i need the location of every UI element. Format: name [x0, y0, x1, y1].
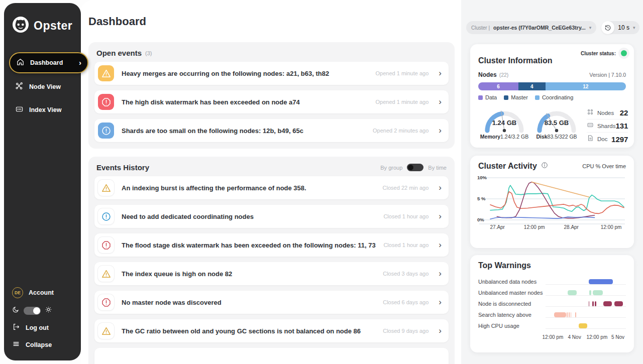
- legend-item: Data: [478, 94, 497, 100]
- chevron-right-icon[interactable]: ›: [439, 184, 442, 191]
- chevron-right-icon[interactable]: ›: [439, 241, 442, 249]
- cluster-activity-chart: 10%5 %0%27.Apr12:00 pm28.Apr12:00 pm: [478, 173, 626, 232]
- warning-segment: [571, 312, 572, 317]
- event-message: The high disk watermark has been exceede…: [122, 98, 376, 106]
- event-row-partial[interactable]: [94, 348, 449, 364]
- theme-toggle[interactable]: [24, 307, 41, 315]
- gauge-value: 1.24 GB: [478, 119, 530, 127]
- node-distribution-bar: 6412: [478, 82, 626, 90]
- warning-row: High CPU usage: [478, 320, 626, 331]
- node-bar-segment-master: 4: [518, 82, 545, 90]
- sidebar-item-index-view[interactable]: Index View: [9, 100, 81, 119]
- events-history-title: Events History: [96, 163, 149, 172]
- logo-text: Opster: [34, 19, 72, 33]
- chevron-right-icon[interactable]: ›: [439, 327, 442, 334]
- warning-label: Unbalanced master nodes: [478, 290, 546, 296]
- warning-row: Unbalanced master nodes: [478, 287, 626, 298]
- sidebar-item-label: Index View: [29, 106, 61, 113]
- chevron-right-icon[interactable]: ›: [439, 98, 442, 105]
- cluster-information-title: Cluster Information: [478, 56, 626, 65]
- event-time: Opened 1 minute ago: [376, 99, 429, 105]
- x-tick: 27.Apr: [490, 224, 504, 230]
- x-tick: 28.Apr: [564, 224, 578, 230]
- stat-value: 1297: [611, 135, 628, 144]
- event-time: Closed 3 days ago: [383, 271, 428, 277]
- warning-track: [546, 279, 626, 285]
- collapse-button[interactable]: Collapse: [12, 340, 54, 349]
- warning-label: High CPU usage: [478, 323, 546, 329]
- event-message: No master node was discovered: [122, 299, 383, 306]
- chevron-right-icon[interactable]: ›: [439, 270, 442, 277]
- nodes-label: Nodes: [478, 71, 497, 78]
- event-row[interactable]: The flood stage disk watermark has been …: [94, 233, 449, 257]
- chevron-right-icon[interactable]: ›: [439, 299, 442, 306]
- account-button[interactable]: DE Account: [12, 287, 54, 298]
- info-icon[interactable]: [541, 162, 548, 171]
- legend-item: Coordinating: [535, 94, 573, 100]
- stat-value: 22: [620, 108, 628, 117]
- logout-button[interactable]: Log out: [12, 323, 54, 332]
- warning-segment: [554, 312, 566, 317]
- account-label: Account: [29, 289, 54, 296]
- event-row[interactable]: Heavy merges are occurring on the follow…: [94, 62, 449, 85]
- stat-label: Doc: [597, 136, 607, 142]
- shards-icon: [587, 122, 594, 131]
- cluster-value: opster-es (f7Y0arOMR_CeEGe63try...: [493, 25, 586, 31]
- theme-switcher: [12, 306, 54, 315]
- chevron-right-icon[interactable]: ›: [439, 127, 442, 134]
- version-label: Version | 7.10.0: [589, 72, 626, 78]
- event-message: The index queue is high on node 82: [122, 270, 383, 278]
- event-row[interactable]: The high disk watermark has been exceede…: [94, 90, 449, 113]
- cpu-over-time-label: CPU % Over time: [582, 163, 626, 169]
- top-warnings-chart: Unbalanced data nodesUnbalanced master n…: [478, 276, 626, 331]
- stat-label: Nodes: [597, 110, 614, 116]
- event-row[interactable]: The GC ratio between old and young GC se…: [94, 319, 449, 342]
- history-mode-toggle[interactable]: [407, 164, 423, 171]
- event-row[interactable]: An indexing burst is affecting the perfo…: [94, 176, 449, 199]
- warning-track: [546, 301, 626, 307]
- warning-icon: [98, 180, 114, 196]
- event-message: The GC ratio between old and young GC se…: [122, 327, 383, 335]
- event-message: Need to add dedicated coordinating nodes: [122, 213, 383, 220]
- series-orange: [532, 182, 589, 197]
- refresh-interval-selector[interactable]: 10 s ▾: [601, 21, 639, 34]
- event-row[interactable]: No master node was discoveredClosed 6 da…: [94, 291, 449, 314]
- refresh-interval-value: 10 s: [618, 24, 629, 31]
- warning-row: Node is disconnected: [478, 298, 626, 309]
- timeline-tick: 4 Nov: [568, 334, 581, 340]
- chevron-right-icon[interactable]: ›: [439, 70, 442, 77]
- cluster-information-card: Cluster status: Cluster Information Node…: [470, 44, 634, 148]
- gauge-value: 83.5 GB: [530, 119, 583, 127]
- x-tick: 12:00 pm: [601, 224, 622, 230]
- stat-label: Shards: [597, 123, 615, 129]
- sidebar-item-dashboard[interactable]: Dashboard ›: [9, 52, 88, 73]
- warning-segment: [593, 290, 602, 295]
- nodes-count: (22): [499, 72, 509, 78]
- chevron-right-icon[interactable]: ›: [439, 213, 442, 220]
- y-tick: 10%: [477, 175, 487, 180]
- sidebar-item-node-view[interactable]: Node View: [9, 77, 81, 96]
- warning-segment: [568, 290, 577, 295]
- nodes-icon: [587, 108, 594, 117]
- caret-down-icon: ▾: [633, 25, 635, 30]
- cluster-label: Cluster |: [471, 25, 490, 31]
- warning-icon: [98, 65, 114, 81]
- event-row[interactable]: Need to add dedicated coordinating nodes…: [94, 205, 449, 228]
- warning-label: Node is disconnected: [478, 301, 546, 307]
- logout-label: Log out: [26, 324, 49, 331]
- page-title: Dashboard: [88, 15, 146, 28]
- warning-segment: [575, 312, 576, 317]
- error-icon: [98, 94, 114, 110]
- stat-row-nodes: Nodes 22: [587, 106, 628, 119]
- node-view-icon: [15, 82, 24, 92]
- event-row[interactable]: The index queue is high on node 82Closed…: [94, 262, 449, 285]
- cluster-selector[interactable]: Cluster | opster-es (f7Y0arOMR_CeEGe63tr…: [466, 21, 596, 34]
- index-view-icon: [15, 105, 24, 115]
- warning-label: Unbalanced data nodes: [478, 279, 546, 285]
- warning-segment: [589, 290, 591, 295]
- by-time-label: By time: [428, 165, 447, 171]
- info-icon: [98, 208, 114, 224]
- warning-segment: [589, 279, 613, 284]
- event-row[interactable]: Shards are too small on the following no…: [94, 119, 449, 142]
- x-tick: 12:00 pm: [524, 224, 545, 230]
